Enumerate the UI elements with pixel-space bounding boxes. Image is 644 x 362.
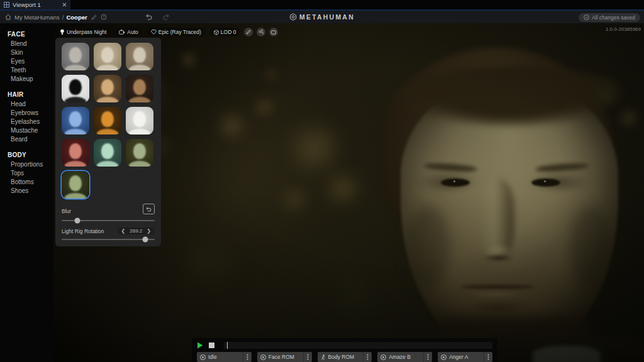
timeline-scrubber[interactable] (224, 342, 492, 349)
rotation-slider[interactable] (62, 239, 155, 240)
rotation-stepper: ❮ 269.2 ❯ (118, 228, 155, 234)
env-thumbnail-5[interactable] (94, 75, 121, 102)
home-icon[interactable] (5, 14, 11, 20)
thumbnail-body-shape (64, 97, 87, 102)
clip-menu-button[interactable] (363, 352, 372, 362)
stop-icon (209, 343, 214, 348)
logo-text: METAHUMAN (299, 13, 355, 21)
lod-button[interactable]: LOD 0 (209, 28, 241, 36)
sidebar-item-bottoms[interactable]: Bottoms (0, 177, 53, 186)
help-icon[interactable]: ? (101, 14, 107, 20)
sidebar-item-shoes[interactable]: Shoes (0, 186, 53, 195)
env-thumbnail-3[interactable] (126, 43, 153, 70)
metahuman-creator-window: Viewport 1 My MetaHumans / Cooper ? (0, 0, 644, 362)
metahuman-logo: METAHUMAN (289, 11, 355, 23)
env-thumbnail-8[interactable] (94, 107, 121, 134)
chevron-right-icon[interactable]: ❯ (147, 229, 151, 234)
env-thumbnail-4[interactable] (62, 75, 89, 102)
environment-selector[interactable]: Underpass Night (55, 28, 111, 36)
undo-icon[interactable] (146, 14, 153, 20)
quality-label: Epic (Ray Traced) (158, 29, 201, 35)
sidebar-item-tops[interactable]: Tops (0, 168, 53, 177)
thumbnail-body-shape (96, 129, 119, 134)
reset-button[interactable] (143, 204, 155, 214)
thumbnail-body-shape (128, 161, 151, 167)
play-circle-icon (380, 354, 386, 360)
save-status-badge: All changes saved (579, 13, 640, 22)
env-thumbnail-9[interactable] (126, 107, 153, 134)
clip-menu-button[interactable] (243, 352, 252, 362)
thumbnail-body-shape (96, 97, 119, 102)
sidebar-section-title-hair: HAIR (0, 90, 53, 99)
stop-button[interactable] (209, 343, 214, 348)
play-circle-icon (260, 354, 266, 360)
camera-mode-label: Auto (127, 29, 138, 35)
tool-button-2[interactable] (257, 28, 265, 36)
tool-button-1[interactable] (244, 28, 253, 36)
sidebar-item-blend[interactable]: Blend (0, 39, 53, 48)
env-thumbnail-2[interactable] (94, 43, 121, 70)
sidebar: FACEBlendSkinEyesTeethMakeupHAIRHeadEyeb… (0, 23, 53, 362)
quality-button[interactable]: Epic (Ray Traced) (147, 28, 206, 36)
play-button[interactable] (197, 342, 203, 349)
thumbnail-head-shape (133, 47, 146, 63)
edit-icon[interactable] (91, 14, 97, 20)
sidebar-item-makeup[interactable]: Makeup (0, 74, 53, 83)
thumbnail-body-shape (64, 129, 87, 134)
thumbnail-head-shape (69, 79, 82, 95)
viewport[interactable]: 1.0.0-20385969 Underpass Night Auto Epic… (53, 23, 644, 362)
play-circle-icon (441, 354, 447, 360)
reset-arrow-icon (146, 207, 152, 212)
clip-amaze-b[interactable]: Amaze B (377, 352, 432, 362)
check-circle-icon (584, 14, 589, 20)
thumbnail-head-shape (69, 111, 82, 127)
rotation-slider-handle[interactable] (143, 237, 148, 243)
env-thumbnail-10[interactable] (62, 139, 89, 167)
thumbnail-body-shape (96, 65, 119, 70)
sidebar-item-teeth[interactable]: Teeth (0, 65, 53, 74)
blur-slider-handle[interactable] (75, 218, 80, 224)
clip-label: Body ROM (328, 354, 361, 360)
clip-menu-button[interactable] (423, 352, 432, 362)
env-thumbnail-11[interactable] (94, 139, 121, 167)
close-icon[interactable] (62, 3, 67, 7)
thumbnail-body-shape (128, 129, 151, 134)
clip-anger-a[interactable]: Anger A (438, 352, 492, 362)
env-thumbnail-12[interactable] (126, 139, 153, 167)
wind-icon (258, 30, 264, 35)
clip-menu-button[interactable] (303, 352, 312, 362)
chevron-left-icon[interactable]: ❮ (121, 229, 126, 234)
env-thumbnail-1[interactable] (62, 43, 89, 70)
env-thumbnail-7[interactable] (62, 107, 89, 134)
breadcrumb-separator: / (62, 14, 64, 21)
env-thumbnail-13[interactable] (62, 171, 89, 199)
thumbnail-body-shape (96, 161, 119, 167)
tool-button-3[interactable] (269, 28, 278, 36)
sidebar-item-eyes[interactable]: Eyes (0, 57, 53, 65)
rotation-value[interactable]: 269.2 (130, 228, 142, 234)
sidebar-item-mustache[interactable]: Mustache (0, 126, 53, 134)
blur-control: Blur (62, 204, 155, 221)
camera-mode-button[interactable]: Auto (114, 28, 143, 36)
clip-face-rom[interactable]: Face ROM (257, 352, 312, 362)
sidebar-item-skin[interactable]: Skin (0, 48, 53, 57)
clip-menu-button[interactable] (484, 352, 492, 362)
sidebar-item-proportions[interactable]: Proportions (0, 160, 53, 168)
clip-body-rom[interactable]: Body ROM (318, 352, 372, 362)
clip-label: Amaze B (389, 354, 421, 360)
blur-slider[interactable] (62, 220, 155, 221)
sidebar-item-beard[interactable]: Beard (0, 134, 53, 143)
sidebar-item-eyelashes[interactable]: Eyelashes (0, 117, 53, 126)
env-thumbnail-6[interactable] (126, 75, 153, 102)
clip-label: Anger A (449, 354, 481, 360)
sidebar-item-eyebrows[interactable]: Eyebrows (0, 108, 53, 117)
breadcrumb-root[interactable]: My MetaHumans (14, 14, 60, 21)
redo-icon[interactable] (162, 14, 169, 20)
panel-icon (271, 30, 276, 35)
thumbnail-body-shape (64, 161, 87, 167)
tab-viewport-1[interactable]: Viewport 1 (0, 0, 70, 9)
clip-idle[interactable]: Idle (197, 352, 252, 362)
thumbnail-head-shape (101, 111, 114, 127)
sidebar-item-head[interactable]: Head (0, 99, 53, 108)
timeline-cursor[interactable] (227, 342, 228, 349)
